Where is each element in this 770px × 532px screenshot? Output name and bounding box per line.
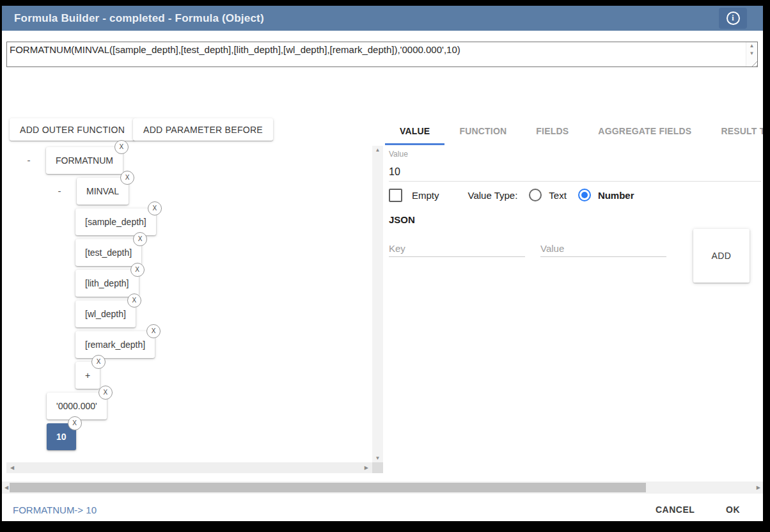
value-field[interactable] [389, 163, 761, 182]
radio-icon [578, 189, 591, 201]
empty-checkbox[interactable] [389, 189, 402, 202]
delete-node-icon[interactable]: X [148, 201, 162, 215]
tab-function[interactable]: FUNCTION [444, 118, 521, 145]
formula-builder-dialog: Formula Builder - completed - Formula (O… [2, 6, 763, 521]
delete-node-icon[interactable]: X [133, 232, 147, 246]
tree-node[interactable]: [test_depth]X [75, 239, 141, 266]
tree-node-label: '0000.000' [56, 401, 97, 411]
radio-label: Text [549, 190, 567, 201]
tree-node[interactable]: FORMATNUMX [46, 147, 123, 174]
tree-node[interactable]: [sample_depth]X [75, 208, 156, 235]
tree-expander-icon[interactable]: - [55, 178, 64, 205]
scrollbar-corner [372, 462, 383, 473]
scrollbar-thumb[interactable] [10, 483, 646, 492]
scroll-right-icon[interactable]: ▶ [757, 481, 760, 494]
tree-node-label: [test_depth] [85, 247, 132, 258]
ok-button[interactable]: OK [722, 503, 744, 516]
tree-horizontal-scrollbar[interactable]: ◀ ▶ [6, 462, 372, 473]
tree-node[interactable]: MINVALX [77, 178, 129, 205]
tree-node[interactable]: 10X [47, 423, 76, 450]
radio-option-number[interactable]: Number [578, 189, 634, 201]
tree-node-label: FORMATNUM [56, 155, 113, 166]
scroll-up-icon[interactable]: ▲ [372, 147, 383, 153]
add-button[interactable]: ADD [693, 229, 750, 283]
info-button[interactable]: i [719, 8, 747, 29]
cancel-button[interactable]: CANCEL [652, 503, 698, 516]
formula-tree: -FORMATNUMX-MINVALX[sample_depth]X[test_… [2, 6, 372, 462]
value-type-label: Value Type: [468, 190, 518, 201]
delete-node-icon[interactable]: X [114, 140, 129, 154]
json-key-input[interactable] [389, 240, 525, 257]
tree-node[interactable]: '0000.000'X [47, 393, 107, 419]
tree-node-label: 10 [56, 432, 67, 442]
radio-label: Number [598, 190, 634, 201]
value-type-options: TextNumber [517, 189, 634, 201]
delete-node-icon[interactable]: X [98, 386, 113, 400]
tree-node-label: [lith_depth] [85, 278, 129, 288]
value-field-label: Value [389, 150, 408, 159]
delete-node-icon[interactable]: X [68, 416, 82, 430]
tree-expander-icon[interactable]: - [24, 147, 33, 174]
tree-node[interactable]: +X [75, 362, 100, 389]
empty-label: Empty [412, 190, 439, 201]
tree-node-label: MINVAL [86, 186, 119, 196]
scroll-right-icon[interactable]: ▶ [365, 462, 368, 473]
tree-node[interactable]: [lith_depth]X [75, 270, 139, 297]
json-heading: JSON [389, 214, 415, 225]
delete-node-icon[interactable]: X [146, 324, 161, 338]
tab-result-type[interactable]: RESULT TYPE [706, 118, 763, 145]
tree-node-label: [remark_depth] [85, 340, 145, 350]
formula-segment: ),'0000.000',10) [394, 44, 460, 55]
tree-node-label: + [85, 370, 90, 380]
tree-node[interactable]: [remark_depth]X [75, 331, 155, 358]
info-icon: i [727, 12, 740, 25]
radio-icon [529, 189, 542, 201]
tabs-bar: VALUEFUNCTIONFIELDSAGGREGATE FIELDSRESUL… [385, 118, 763, 145]
tree-node-label: [wl_depth] [85, 309, 126, 319]
radio-option-text[interactable]: Text [529, 189, 567, 201]
tree-vertical-scrollbar[interactable]: ▲ ▼ [372, 146, 383, 462]
tree-node[interactable]: [wl_depth]X [75, 301, 136, 327]
json-value-input[interactable] [540, 240, 666, 257]
formula-result-text: FORMATNUM-> 10 [13, 505, 97, 515]
tab-aggregate-fields[interactable]: AGGREGATE FIELDS [583, 118, 706, 145]
scroll-down-icon[interactable]: ▼ [746, 50, 757, 58]
scroll-left-icon[interactable]: ◀ [4, 481, 8, 494]
tab-fields[interactable]: FIELDS [521, 118, 583, 145]
scroll-up-icon[interactable]: ▲ [746, 42, 757, 50]
delete-node-icon[interactable]: X [91, 355, 106, 369]
tab-value[interactable]: VALUE [385, 118, 444, 145]
tree-node-label: [sample_depth] [85, 217, 146, 227]
scroll-down-icon[interactable]: ▼ [372, 455, 383, 461]
delete-node-icon[interactable]: X [120, 171, 134, 185]
scroll-left-icon[interactable]: ◀ [10, 462, 14, 473]
bottom-horizontal-scrollbar[interactable]: ◀ ▶ [2, 481, 763, 494]
value-options-row: Empty Value Type: TextNumber [389, 188, 634, 202]
delete-node-icon[interactable]: X [130, 263, 145, 277]
delete-node-icon[interactable]: X [127, 293, 141, 308]
